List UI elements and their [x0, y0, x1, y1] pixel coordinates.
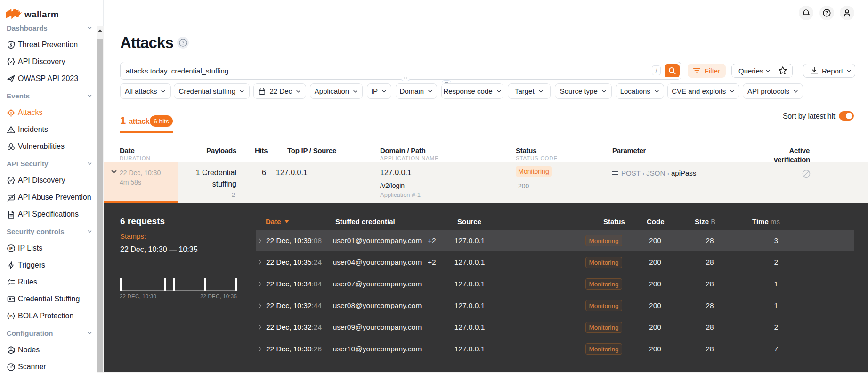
svg-text:IP: IP: [9, 246, 13, 251]
svg-text:ID: ID: [9, 315, 13, 318]
